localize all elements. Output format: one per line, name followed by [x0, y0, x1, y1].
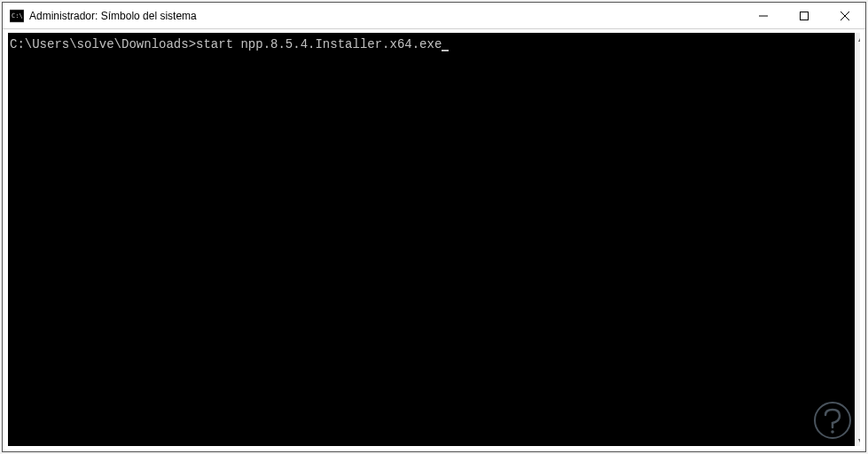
scrollbar[interactable]: ▴ ▾	[855, 33, 865, 446]
cmd-icon: C:\	[10, 9, 24, 23]
scroll-down-button[interactable]: ▾	[855, 434, 865, 446]
titlebar[interactable]: C:\ Administrador: Símbolo del sistema	[3, 3, 865, 29]
prompt-path: C:\Users\solve\Downloads>	[10, 37, 196, 51]
command-prompt-window: C:\ Administrador: Símbolo del sistema C…	[2, 2, 866, 452]
terminal-body[interactable]: C:\Users\solve\Downloads>start npp.8.5.4…	[3, 29, 865, 451]
close-button[interactable]	[825, 3, 865, 28]
terminal-content[interactable]: C:\Users\solve\Downloads>start npp.8.5.4…	[8, 33, 855, 446]
cursor	[442, 50, 449, 51]
window-title: Administrador: Símbolo del sistema	[29, 10, 743, 22]
command-text: start npp.8.5.4.Installer.x64.exe	[196, 37, 442, 51]
minimize-button[interactable]	[743, 3, 784, 28]
scroll-track[interactable]	[855, 45, 865, 434]
svg-point-7	[831, 430, 834, 434]
watermark-icon	[813, 401, 852, 440]
maximize-button[interactable]	[784, 3, 825, 28]
svg-text:C:\: C:\	[12, 12, 23, 20]
window-controls	[743, 3, 865, 28]
scroll-up-button[interactable]: ▴	[855, 33, 865, 45]
svg-rect-3	[801, 12, 809, 20]
